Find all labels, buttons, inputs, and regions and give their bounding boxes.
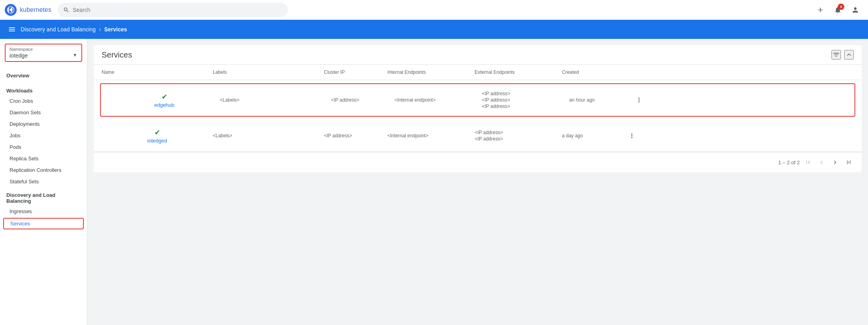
external-ep-1-edgehub: <IP address> (482, 91, 569, 96)
created-edgehub: an hour ago (569, 97, 633, 103)
sidebar-item-ingresses[interactable]: Ingresses (0, 206, 87, 217)
more-vert-icon (635, 96, 643, 104)
cell-created-edgehub: an hour ago (569, 97, 633, 103)
table-row-iotedged-wrapper: ✔ iotedged <Labels> <IP address> <Intern… (94, 120, 862, 152)
cell-menu-iotedged (625, 129, 641, 142)
breadcrumb-current: Services (104, 26, 127, 33)
collapse-icon (845, 51, 853, 59)
internal-endpoint-edgehub: <Internal endpoint> (395, 97, 482, 103)
cell-internal-iotedged: <Internal endpoint> (387, 133, 475, 138)
content-area: Services Name Labels Cluster IP (87, 39, 868, 325)
namespace-selector[interactable]: Namespace iotedge ▼ (5, 44, 82, 62)
sidebar-item-replication-controllers[interactable]: Replication Controllers (0, 164, 87, 176)
sidebar-item-deployments[interactable]: Deployments (0, 118, 87, 130)
sidebar-item-jobs[interactable]: Jobs (0, 130, 87, 141)
table-container: Name Labels Cluster IP Internal Endpoint… (94, 65, 862, 172)
namespace-value: iotedge (10, 52, 28, 59)
cell-external-edgehub: <IP address> <IP address> <IP address> (482, 91, 569, 109)
filter-button[interactable] (831, 50, 841, 60)
search-input[interactable] (73, 7, 282, 13)
pagination: 1 – 2 of 2 (94, 152, 862, 172)
cell-cluster-ip-iotedged: <IP address> (324, 133, 387, 138)
add-button[interactable] (812, 2, 828, 18)
namespace-value-row: iotedge ▼ (10, 52, 77, 59)
cell-created-iotedged: a day ago (562, 133, 625, 138)
plus-icon (816, 6, 824, 14)
kubernetes-logo-icon (5, 4, 17, 16)
filter-icon (832, 51, 840, 59)
user-icon (851, 6, 859, 14)
sidebar-discovery-header: Discovery and Load Balancing (0, 187, 87, 206)
sidebar-item-cron-jobs[interactable]: Cron Jobs (0, 95, 87, 107)
page-title: Services (102, 50, 132, 60)
labels-value-iotedged: <Labels> (213, 133, 324, 138)
first-page-icon (804, 159, 812, 166)
sidebar-item-overview[interactable]: Overview (6, 70, 81, 81)
sidebar-overview-header: Overview (0, 65, 87, 83)
more-vert-icon (628, 132, 635, 139)
hamburger-icon (8, 25, 16, 33)
namespace-label: Namespace (10, 47, 77, 52)
status-icon-iotedged: ✔ (154, 128, 160, 137)
prev-page-button[interactable] (816, 157, 827, 167)
prev-page-icon (818, 159, 825, 166)
col-created: Created (562, 68, 625, 77)
cell-internal-edgehub: <Internal endpoint> (395, 97, 482, 103)
col-internal-endpoints: Internal Endpoints (387, 68, 475, 77)
search-bar[interactable] (58, 3, 288, 17)
cell-name-iotedged: ✔ iotedged (102, 128, 213, 144)
last-page-button[interactable] (843, 157, 854, 167)
sidebar-workloads-header: Workloads (0, 83, 87, 95)
cell-name-edgehub: ✔ edgehub (109, 92, 220, 108)
logo: kubernetes (5, 4, 51, 16)
sidebar-item-replica-sets[interactable]: Replica Sets (0, 153, 87, 164)
cell-menu-edgehub (633, 94, 649, 106)
sidebar-item-services[interactable]: Services (3, 218, 84, 229)
cluster-ip-iotedged: <IP address> (324, 133, 387, 138)
sidebar-item-stateful-sets[interactable]: Stateful Sets (0, 176, 87, 187)
external-ep-1-iotedged: <IP address> (475, 130, 562, 135)
first-page-button[interactable] (803, 157, 813, 167)
namespace-dropdown-arrow: ▼ (73, 52, 77, 58)
sidebar-item-daemon-sets[interactable]: Daemon Sets (0, 107, 87, 118)
more-button-iotedged[interactable] (625, 129, 638, 142)
more-button-edgehub[interactable] (633, 94, 645, 106)
link-iotedged[interactable]: iotedged (147, 138, 167, 144)
collapse-button[interactable] (844, 50, 854, 60)
created-iotedged: a day ago (562, 133, 625, 138)
pagination-info: 1 – 2 of 2 (778, 160, 800, 165)
notifications-button[interactable]: 3 (830, 2, 846, 18)
sidebar-item-pods[interactable]: Pods (0, 141, 87, 153)
external-ep-3-edgehub: <IP address> (482, 104, 569, 109)
last-page-icon (845, 159, 852, 166)
hamburger-button[interactable] (6, 24, 17, 35)
breadcrumb-parent[interactable]: Discovery and Load Balancing (21, 26, 96, 33)
nav-actions: 3 (812, 2, 863, 18)
internal-endpoint-iotedged: <Internal endpoint> (387, 133, 475, 138)
col-actions (625, 68, 641, 77)
external-ep-2-iotedged: <IP address> (475, 136, 562, 142)
labels-value-edgehub: <Labels> (220, 97, 331, 103)
page-header: Services (94, 45, 862, 65)
breadcrumb-separator: › (99, 26, 101, 33)
next-page-icon (831, 159, 839, 166)
cell-labels-iotedged: <Labels> (213, 133, 324, 138)
sidebar: Namespace iotedge ▼ Overview Workloads C… (0, 39, 87, 325)
user-button[interactable] (847, 2, 863, 18)
search-icon (63, 7, 69, 13)
breadcrumb-bar: Discovery and Load Balancing › Services (0, 20, 868, 39)
page-header-actions (831, 50, 854, 60)
status-icon-edgehub: ✔ (162, 92, 167, 101)
cell-cluster-ip-edgehub: <IP address> (331, 97, 395, 103)
table-row: ✔ edgehub <Labels> <IP address> <Interna… (101, 84, 855, 116)
external-ep-2-edgehub: <IP address> (482, 97, 569, 103)
table-row: ✔ iotedged <Labels> <IP address> <Intern… (94, 120, 862, 152)
top-nav: kubernetes 3 (0, 0, 868, 20)
col-cluster-ip: Cluster IP (324, 68, 387, 77)
cell-labels-edgehub: <Labels> (220, 97, 331, 103)
link-edgehub[interactable]: edgehub (154, 102, 175, 108)
col-labels: Labels (213, 68, 324, 77)
notification-badge: 3 (838, 4, 844, 10)
logo-text: kubernetes (20, 6, 51, 13)
next-page-button[interactable] (830, 157, 840, 167)
